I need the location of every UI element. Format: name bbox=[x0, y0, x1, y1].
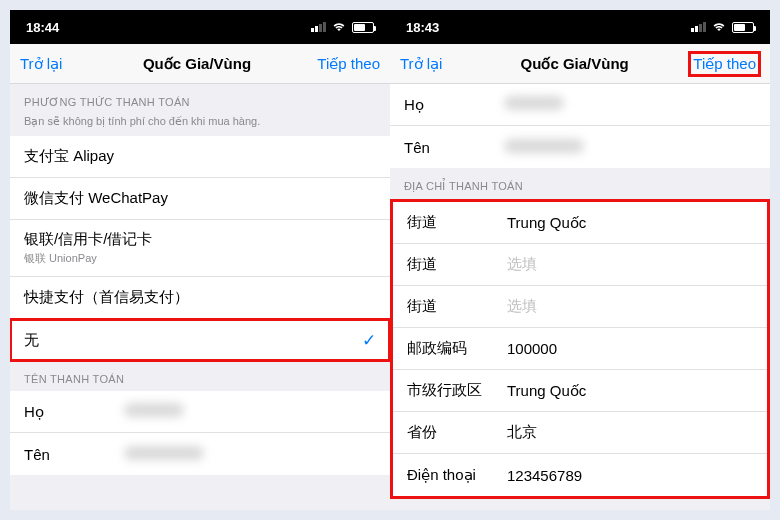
field-value-redacted bbox=[124, 446, 376, 463]
name-field-row[interactable]: Họ bbox=[10, 391, 390, 433]
field-label: Họ bbox=[404, 96, 504, 114]
payment-method-sublabel: 银联 UnionPay bbox=[24, 251, 376, 266]
phone-right: 18:43 Trở lại Quốc Gia/Vùng Tiếp theo Họ… bbox=[390, 10, 770, 510]
field-label: 邮政编码 bbox=[407, 339, 507, 358]
back-button[interactable]: Trở lại bbox=[400, 55, 460, 73]
payment-method-item[interactable]: 快捷支付（首信易支付） bbox=[10, 277, 390, 319]
status-indicators bbox=[691, 22, 754, 33]
payment-method-label: 微信支付 WeChatPay bbox=[24, 189, 168, 208]
field-label: 省份 bbox=[407, 423, 507, 442]
payment-method-item[interactable]: 微信支付 WeChatPay bbox=[10, 178, 390, 220]
field-value: Trung Quốc bbox=[507, 214, 753, 232]
field-value: 123456789 bbox=[507, 467, 753, 484]
billing-name-list: Họ Tên bbox=[390, 84, 770, 168]
field-placeholder: 选填 bbox=[507, 255, 753, 274]
billing-address-list: 街道 Trung Quốc 街道 选填 街道 选填 邮政编码 100000 市级… bbox=[390, 199, 770, 499]
payment-method-list: 支付宝 Alipay 微信支付 WeChatPay 银联/信用卡/借记卡 银联 … bbox=[10, 136, 390, 361]
field-label: Điện thoại bbox=[407, 466, 507, 484]
nav-bar: Trở lại Quốc Gia/Vùng Tiếp theo bbox=[10, 44, 390, 84]
field-value: Trung Quốc bbox=[507, 382, 753, 400]
address-field-row[interactable]: 省份 北京 bbox=[393, 412, 767, 454]
field-label: Họ bbox=[24, 403, 124, 421]
next-button[interactable]: Tiếp theo bbox=[689, 52, 760, 76]
nav-title: Quốc Gia/Vùng bbox=[460, 55, 689, 73]
field-value: 100000 bbox=[507, 340, 753, 357]
field-value-redacted bbox=[504, 139, 756, 156]
status-time: 18:43 bbox=[406, 20, 439, 35]
payment-method-subtext: Bạn sẽ không bị tính phí cho đến khi mua… bbox=[10, 115, 390, 136]
cellular-signal-icon bbox=[311, 22, 326, 32]
payment-method-item-selected[interactable]: 无 ✓ bbox=[10, 319, 390, 361]
battery-icon bbox=[732, 22, 754, 33]
field-value-redacted bbox=[124, 403, 376, 420]
payment-method-header: PHƯƠNG THỨC THANH TOÁN bbox=[10, 84, 390, 115]
address-field-row[interactable]: 市级行政区 Trung Quốc bbox=[393, 370, 767, 412]
billing-name-header: TÊN THANH TOÁN bbox=[10, 361, 390, 391]
field-label: 街道 bbox=[407, 297, 507, 316]
field-label: Tên bbox=[24, 446, 124, 463]
status-time: 18:44 bbox=[26, 20, 59, 35]
address-field-row[interactable]: 街道 Trung Quốc bbox=[393, 202, 767, 244]
payment-method-label: 银联/信用卡/借记卡 bbox=[24, 230, 152, 247]
field-label: Tên bbox=[404, 139, 504, 156]
billing-name-list: Họ Tên bbox=[10, 391, 390, 475]
billing-address-header: ĐỊA CHỈ THANH TOÁN bbox=[390, 168, 770, 199]
back-button[interactable]: Trở lại bbox=[20, 55, 80, 73]
field-label: 街道 bbox=[407, 213, 507, 232]
payment-method-label: 支付宝 Alipay bbox=[24, 147, 114, 166]
status-indicators bbox=[311, 22, 374, 33]
checkmark-icon: ✓ bbox=[362, 330, 376, 351]
nav-title: Quốc Gia/Vùng bbox=[80, 55, 314, 73]
field-label: 街道 bbox=[407, 255, 507, 274]
field-value-redacted bbox=[504, 96, 756, 113]
payment-method-item[interactable]: 支付宝 Alipay bbox=[10, 136, 390, 178]
wifi-icon bbox=[712, 22, 726, 32]
battery-icon bbox=[352, 22, 374, 33]
status-bar: 18:44 bbox=[10, 10, 390, 44]
payment-method-item[interactable]: 银联/信用卡/借记卡 银联 UnionPay bbox=[10, 220, 390, 277]
phone-left: 18:44 Trở lại Quốc Gia/Vùng Tiếp theo PH… bbox=[10, 10, 390, 510]
next-button[interactable]: Tiếp theo bbox=[314, 55, 380, 73]
payment-method-label: 快捷支付（首信易支付） bbox=[24, 288, 189, 307]
cellular-signal-icon bbox=[691, 22, 706, 32]
address-field-row[interactable]: Điện thoại 123456789 bbox=[393, 454, 767, 496]
wifi-icon bbox=[332, 22, 346, 32]
field-label: 市级行政区 bbox=[407, 381, 507, 400]
name-field-row[interactable]: Tên bbox=[10, 433, 390, 475]
field-placeholder: 选填 bbox=[507, 297, 753, 316]
address-field-row[interactable]: 邮政编码 100000 bbox=[393, 328, 767, 370]
field-value: 北京 bbox=[507, 423, 753, 442]
name-field-row[interactable]: Họ bbox=[390, 84, 770, 126]
screenshot-frame: 18:44 Trở lại Quốc Gia/Vùng Tiếp theo PH… bbox=[10, 10, 770, 510]
address-field-row[interactable]: 街道 选填 bbox=[393, 286, 767, 328]
name-field-row[interactable]: Tên bbox=[390, 126, 770, 168]
status-bar: 18:43 bbox=[390, 10, 770, 44]
address-field-row[interactable]: 街道 选填 bbox=[393, 244, 767, 286]
nav-bar: Trở lại Quốc Gia/Vùng Tiếp theo bbox=[390, 44, 770, 84]
payment-method-label: 无 bbox=[24, 331, 39, 350]
